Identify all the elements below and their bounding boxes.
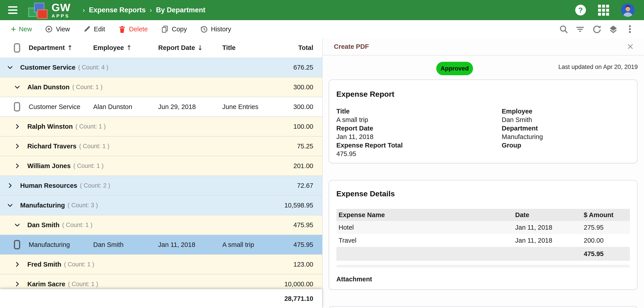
group-total: 475.95 (293, 221, 322, 229)
cell-total: 475.95 (286, 241, 322, 249)
sort-asc-icon: ↑ (126, 44, 132, 52)
breadcrumb-app[interactable]: Expense Reports (89, 6, 146, 14)
help-icon[interactable]: ? (575, 5, 586, 15)
trash-icon (118, 25, 126, 33)
row-checkbox[interactable] (14, 240, 20, 249)
chevron-right-icon[interactable] (14, 281, 20, 288)
record-field: Title A small trip (336, 107, 502, 124)
view-icon (45, 25, 53, 33)
group-row[interactable]: Human Resources ( Count: 2 ) 72.67 (0, 176, 322, 196)
group-count: ( Count: 4 ) (78, 64, 108, 71)
cell-department: Customer Service (29, 103, 93, 111)
group-row[interactable]: William Jones ( Count: 1 ) 201.00 (0, 156, 322, 176)
chevron-down-icon[interactable] (7, 202, 14, 209)
next-card-partial (329, 306, 638, 308)
pencil-icon (83, 25, 91, 33)
group-row[interactable]: Ralph Winston ( Count: 1 ) 100.00 (0, 117, 322, 137)
expense-date: Jan 11, 2018 (515, 224, 584, 231)
app-header: GW APPS › Expense Reports › By Departmen… (0, 0, 644, 20)
group-total: 123.00 (293, 261, 322, 268)
edit-button[interactable]: Edit (83, 25, 105, 33)
cell-title: A small trip (222, 241, 286, 249)
expense-row[interactable]: Customer Service Alan Dunston Jun 29, 20… (0, 97, 322, 117)
chevron-right-icon[interactable] (14, 163, 20, 169)
group-label: Fred Smith (27, 261, 61, 268)
search-icon[interactable] (558, 24, 569, 34)
record-field: Department Manufacturing (502, 124, 630, 141)
expense-list-panel: Department ↑ Employee ↑ Report Date ↓ Ti… (0, 38, 322, 308)
layers-icon[interactable] (608, 24, 618, 34)
expense-details-card: Expense Details Expense Name Date $ Amou… (329, 180, 638, 290)
attachment-label: Attachment (336, 276, 630, 283)
column-header-employee[interactable]: Employee ↑ (93, 44, 158, 52)
breadcrumb: › Expense Reports › By Department (83, 6, 206, 14)
column-header-total[interactable]: Total (286, 44, 322, 51)
chevron-right-icon[interactable] (7, 182, 14, 189)
expense-amount: 200.00 (584, 237, 630, 244)
group-count: ( Count: 1 ) (68, 281, 98, 288)
group-total: 10,000.00 (284, 281, 322, 288)
group-label: William Jones (27, 162, 70, 170)
details-scrollbar[interactable] (336, 265, 630, 268)
apps-grid-icon[interactable] (598, 5, 609, 16)
field-value: Dan Smith (502, 115, 630, 124)
group-row[interactable]: Manufacturing ( Count: 3 ) 10,598.95 (0, 196, 322, 215)
chevron-down-icon[interactable] (14, 84, 20, 90)
group-row[interactable]: Dan Smith ( Count: 1 ) 475.95 (0, 215, 322, 235)
record-field: Employee Dan Smith (502, 107, 630, 124)
chevron-right-icon[interactable] (14, 143, 20, 150)
column-header-department[interactable]: Department ↑ (29, 44, 93, 52)
expense-detail-row: Travel Jan 11, 2018 200.00 (336, 234, 630, 247)
record-field: Expense Report Total 475.95 (336, 141, 502, 158)
details-card-heading: Expense Details (336, 189, 630, 198)
column-header-report-date[interactable]: Report Date ↓ (158, 44, 222, 52)
expense-row[interactable]: Manufacturing Dan Smith Jan 11, 2018 A s… (0, 235, 322, 255)
field-label: Report Date (336, 124, 502, 132)
create-pdf-link[interactable]: Create PDF (334, 43, 369, 50)
column-header-title[interactable]: Title (222, 44, 286, 51)
details-total-row: 475.95 (336, 247, 630, 261)
more-menu-icon[interactable] (625, 24, 635, 34)
refresh-icon[interactable] (592, 24, 602, 34)
user-avatar[interactable] (621, 3, 634, 17)
chevron-down-icon[interactable] (14, 222, 20, 228)
new-button[interactable]: + New (11, 25, 32, 33)
record-detail-panel: Create PDF Approved Last updated on Apr … (322, 38, 644, 308)
breadcrumb-view[interactable]: By Department (156, 6, 206, 14)
close-icon[interactable] (626, 43, 634, 50)
details-table-header: Expense Name Date $ Amount (336, 209, 630, 221)
list-header-row: Department ↑ Employee ↑ Report Date ↓ Ti… (0, 38, 322, 58)
details-total-amount: 475.95 (584, 250, 630, 258)
delete-button[interactable]: Delete (118, 25, 148, 33)
group-count: ( Count: 1 ) (64, 261, 94, 268)
group-count: ( Count: 1 ) (76, 123, 106, 130)
status-row: Approved Last updated on Apr 20, 2019 (323, 55, 644, 78)
group-total: 100.00 (293, 123, 322, 130)
group-row[interactable]: Alan Dunston ( Count: 1 ) 300.00 (0, 77, 322, 97)
history-button[interactable]: History (200, 25, 231, 33)
group-total: 676.25 (293, 64, 322, 71)
gwapps-logo[interactable] (26, 1, 50, 19)
group-label: Alan Dunston (27, 83, 70, 91)
field-value: A small trip (336, 115, 502, 124)
select-all-checkbox[interactable] (14, 43, 20, 53)
group-row[interactable]: Customer Service ( Count: 4 ) 676.25 (0, 58, 322, 77)
cell-employee: Dan Smith (93, 241, 158, 249)
chevron-right-icon[interactable] (14, 261, 20, 268)
panel-header: Create PDF (323, 38, 644, 55)
view-button[interactable]: View (45, 25, 70, 33)
expense-name: Hotel (338, 224, 515, 231)
group-row[interactable]: Fred Smith ( Count: 1 ) 123.00 (0, 255, 322, 275)
group-count: ( Count: 1 ) (72, 84, 103, 91)
group-row[interactable]: Richard Travers ( Count: 1 ) 75.25 (0, 137, 322, 156)
group-total: 72.67 (297, 182, 322, 189)
chevron-down-icon[interactable] (7, 64, 14, 71)
filter-icon[interactable] (575, 24, 585, 34)
copy-button[interactable]: Copy (161, 25, 187, 33)
menu-icon[interactable] (8, 6, 18, 14)
expense-amount: 275.95 (584, 224, 630, 231)
row-checkbox[interactable] (14, 102, 20, 111)
chevron-right-icon[interactable] (14, 123, 20, 130)
group-label: Customer Service (20, 64, 76, 71)
chevron-right-icon: › (83, 6, 85, 14)
